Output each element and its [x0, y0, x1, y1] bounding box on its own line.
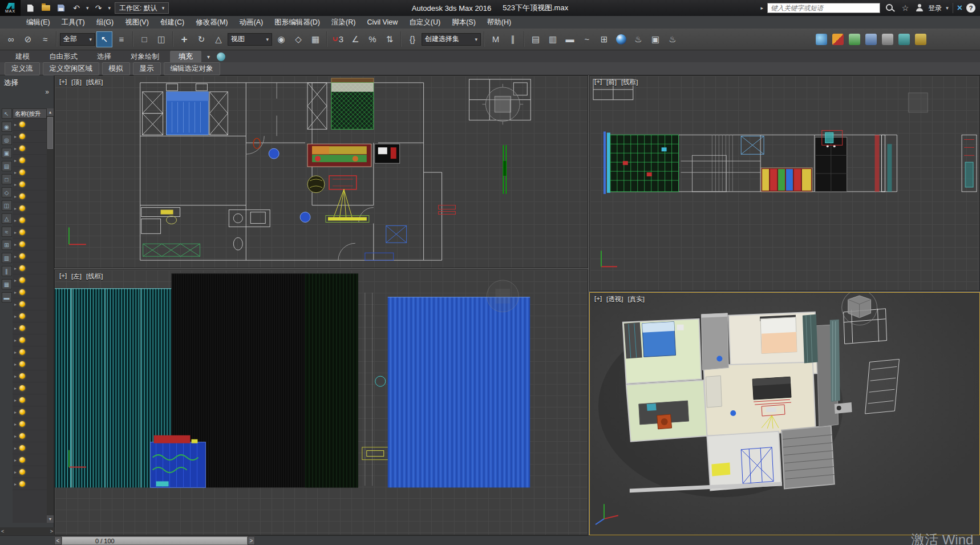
dresser-row[interactable] [143, 244, 200, 256]
visibility-bulb-icon[interactable] [19, 313, 25, 319]
expand-caret-icon[interactable]: ▸ [14, 218, 17, 223]
list-item[interactable]: ▸ [13, 442, 47, 454]
viewport-perspective-active[interactable]: [+] [透视] [真实] [589, 292, 980, 535]
search-input[interactable] [767, 3, 880, 13]
sofa-3d[interactable] [752, 377, 791, 399]
white-bed-3d[interactable] [760, 315, 797, 354]
expand-caret-icon[interactable]: ▸ [14, 314, 17, 319]
explorer-panel-title[interactable]: 选择 [0, 75, 54, 88]
name-column-header[interactable]: 名称(按升 [13, 108, 47, 119]
list-item[interactable]: ▸ [13, 346, 47, 358]
expand-caret-icon[interactable]: ▸ [14, 434, 17, 439]
list-item[interactable]: ▸ [13, 418, 47, 430]
explorer-spacewarp-filter-icon[interactable]: ≈ [2, 227, 12, 237]
visibility-bulb-icon[interactable] [19, 337, 25, 343]
workspace-dropdown[interactable]: 工作区: 默认 ▾ [115, 2, 169, 14]
sign-in-button[interactable]: 登录 [928, 3, 942, 13]
visibility-bulb-icon[interactable] [19, 277, 25, 283]
menu-help[interactable]: 帮助(H) [481, 17, 517, 29]
ribbon-toggle-icon[interactable]: ▬ [562, 31, 578, 47]
ribbon-tool-simulate[interactable]: 模拟 [102, 62, 130, 75]
visibility-bulb-icon[interactable] [19, 181, 25, 187]
left-view-canvas[interactable] [55, 270, 588, 535]
list-item[interactable]: ▸ [13, 454, 47, 466]
select-object-icon[interactable]: ↖ [96, 31, 112, 47]
expand-caret-icon[interactable]: ▸ [14, 374, 17, 379]
cloud-render-icon[interactable] [816, 34, 827, 45]
rattan-chair[interactable] [307, 176, 325, 193]
menu-scripting[interactable]: 脚本(S) [446, 17, 481, 29]
cyan-circle-object[interactable] [375, 376, 386, 386]
louver-panel[interactable] [865, 359, 900, 414]
explorer-group-filter-icon[interactable]: ⊞ [2, 240, 12, 250]
scrollbar-thumb[interactable] [47, 117, 53, 149]
search-icon[interactable] [884, 3, 896, 13]
ribbon-tab-selection[interactable]: 选择 [88, 51, 120, 63]
expand-caret-icon[interactable]: ▸ [14, 134, 17, 139]
menu-civil-view[interactable]: Civil View [361, 17, 403, 27]
visibility-bulb-icon[interactable] [19, 146, 25, 151]
expand-caret-icon[interactable]: ▸ [14, 230, 17, 235]
visibility-bulb-icon[interactable] [19, 241, 25, 247]
scroll-right-icon[interactable]: > [50, 528, 53, 534]
balcony-rail[interactable] [365, 253, 394, 260]
list-item[interactable]: ▸ [13, 167, 47, 179]
keyboard-override-icon[interactable]: ▦ [307, 31, 323, 47]
cyan-box[interactable] [825, 132, 833, 143]
spreadsheet-icon[interactable] [849, 34, 860, 45]
nightstand[interactable] [677, 325, 684, 330]
viewport-view-button[interactable]: [顶] [71, 78, 82, 87]
favorites-star-icon[interactable]: ☆ [900, 2, 911, 14]
ribbon-tool-edit-selected[interactable]: 编辑选定对象 [164, 62, 220, 75]
select-and-manipulate-icon[interactable]: ◇ [290, 31, 306, 47]
selection-filter-dropdown[interactable]: 全部 ▾ [60, 33, 95, 46]
explorer-bone-filter-icon[interactable]: ∥ [2, 266, 12, 276]
menu-rendering[interactable]: 渲染(R) [326, 17, 361, 29]
list-item[interactable]: ▸ [13, 298, 47, 310]
expand-caret-icon[interactable]: ▸ [14, 446, 17, 451]
visibility-bulb-icon[interactable] [19, 397, 25, 403]
center-wall[interactable] [701, 313, 728, 370]
menu-edit[interactable]: 编辑(E) [21, 17, 56, 29]
redo-icon[interactable]: ↷ [93, 2, 104, 14]
explorer-xref-filter-icon[interactable]: ▥ [2, 253, 12, 263]
angle-snap-icon[interactable]: ∠ [347, 31, 363, 47]
ceiling-fan[interactable] [300, 212, 310, 223]
expand-caret-icon[interactable]: ▸ [14, 182, 17, 187]
list-item[interactable]: ▸ [13, 143, 47, 155]
visibility-bulb-icon[interactable] [19, 289, 25, 295]
list-item[interactable]: ▸ [13, 310, 47, 322]
bookshelf-elevation[interactable] [610, 135, 679, 191]
blue-bed-3d[interactable] [642, 322, 676, 357]
layer-explorer-toggle-icon[interactable]: ▥ [545, 31, 561, 47]
expand-caret-icon[interactable]: ▸ [14, 458, 17, 463]
monitor-3d[interactable] [647, 403, 657, 411]
list-item[interactable]: ▸ [13, 155, 47, 167]
visibility-bulb-icon[interactable] [19, 229, 25, 235]
explorer-select-icon[interactable]: ↖ [2, 108, 12, 119]
snaps-toggle-icon[interactable]: 3 [330, 31, 346, 47]
user-icon[interactable] [915, 3, 924, 13]
window-crossing-icon[interactable]: ◫ [153, 31, 169, 47]
expand-caret-icon[interactable]: ▸ [14, 470, 17, 475]
community-people-icon[interactable] [915, 34, 926, 45]
visibility-bulb-icon[interactable] [19, 433, 25, 439]
visibility-bulb-icon[interactable] [19, 457, 25, 463]
top-view-canvas[interactable] [55, 76, 588, 268]
coffee-table[interactable] [329, 176, 357, 189]
visibility-bulb-icon[interactable] [19, 385, 25, 391]
material-editor-icon[interactable] [616, 34, 626, 45]
list-item[interactable]: ▸ [13, 394, 47, 406]
use-pivot-center-icon[interactable]: ◉ [273, 31, 289, 47]
application-menu-button[interactable]: MAX [0, 0, 21, 16]
expand-caret-icon[interactable]: ▸ [14, 410, 17, 415]
list-item[interactable]: ▸ [13, 382, 47, 394]
next-frame-button[interactable]: > [248, 536, 255, 545]
list-item[interactable]: ▸ [13, 466, 47, 478]
wardrobe-3d[interactable] [624, 322, 642, 359]
red-chair-3d[interactable] [657, 414, 672, 429]
blue-sphere[interactable] [730, 410, 736, 416]
bathroom-fixtures[interactable] [229, 210, 270, 251]
yellow-mat[interactable] [711, 463, 730, 477]
red-marker[interactable] [253, 138, 260, 148]
